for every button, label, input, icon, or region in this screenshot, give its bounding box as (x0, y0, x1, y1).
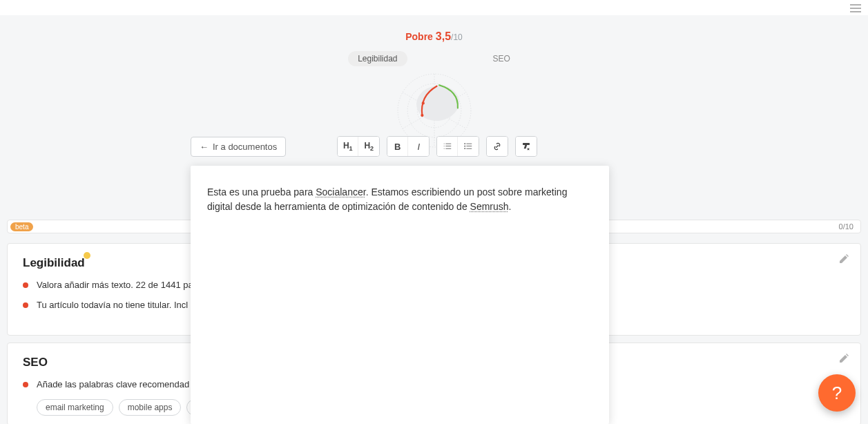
keyword-tag[interactable]: email marketing (37, 399, 113, 416)
pill-seo[interactable]: SEO (483, 51, 520, 66)
notification-dot-icon (84, 252, 90, 259)
card-title-text: Legibilidad (23, 256, 85, 269)
emphasis-group: B I (387, 136, 430, 157)
svg-point-10 (465, 143, 466, 144)
bullet-icon (23, 382, 28, 387)
link-button[interactable] (487, 137, 508, 156)
ordered-list-button[interactable] (437, 137, 458, 156)
pill-legibilidad[interactable]: Legibilidad (348, 51, 407, 66)
editor-paragraph: Esta es una prueba para Socialancer. Est… (207, 185, 592, 214)
bold-button[interactable]: B (387, 137, 408, 156)
unordered-list-icon (463, 142, 473, 151)
help-fab[interactable]: ? (818, 374, 856, 412)
unordered-list-button[interactable] (458, 137, 479, 156)
clear-format-icon (521, 142, 531, 151)
list-group (436, 136, 479, 157)
keyword-tag[interactable]: mobile apps (119, 399, 182, 416)
progress-score: 0/10 (839, 222, 853, 231)
link-semrush[interactable]: Semrush (470, 201, 509, 212)
beta-badge: beta (10, 222, 33, 231)
editor-textarea[interactable]: Esta es una prueba para Socialancer. Est… (191, 166, 609, 424)
score-max: /10 (451, 32, 463, 42)
editor-toolbar: ← Ir a documentos H1 H2 B I (191, 136, 537, 157)
svg-point-9 (421, 102, 424, 104)
hamburger-menu-icon[interactable] (850, 4, 861, 12)
arrow-left-icon: ← (200, 142, 209, 152)
italic-button[interactable]: I (408, 137, 429, 156)
clear-format-button[interactable] (516, 137, 537, 156)
bullet-icon (23, 282, 28, 288)
score-header: Pobre 3,5/10 (0, 30, 868, 43)
card-seo-title: SEO (23, 356, 48, 369)
link-icon (492, 142, 502, 151)
link-socialancer[interactable]: Socialancer (316, 186, 365, 197)
h2-button[interactable]: H2 (358, 137, 379, 156)
svg-point-7 (413, 82, 461, 124)
editor-text: . (509, 201, 512, 212)
list-item-text: Tu artículo todavía no tiene titular. In… (37, 300, 188, 310)
help-icon: ? (832, 383, 842, 404)
svg-point-11 (465, 146, 466, 147)
svg-point-12 (465, 148, 466, 149)
card-legibilidad-title: Legibilidad (23, 256, 85, 270)
score-value: 3,5 (436, 30, 451, 42)
score-pills: Legibilidad SEO (0, 51, 868, 66)
score-label: Pobre (405, 31, 433, 42)
editor-text: Esta es una prueba para (207, 186, 316, 197)
h1-button[interactable]: H1 (338, 137, 358, 156)
bullet-icon (23, 302, 28, 308)
heading-group: H1 H2 (337, 136, 380, 157)
svg-point-8 (421, 114, 423, 117)
clear-group (515, 136, 537, 157)
back-button[interactable]: ← Ir a documentos (191, 137, 286, 157)
list-item-text: Valora añadir más texto. 22 de 1441 pa (37, 280, 193, 290)
edit-icon[interactable] (838, 353, 849, 367)
link-group (486, 136, 508, 157)
edit-icon[interactable] (838, 253, 849, 267)
ordered-list-icon (443, 142, 452, 151)
list-item-text: Añade las palabras clave recomendad (37, 379, 189, 389)
back-button-label: Ir a documentos (213, 142, 277, 152)
